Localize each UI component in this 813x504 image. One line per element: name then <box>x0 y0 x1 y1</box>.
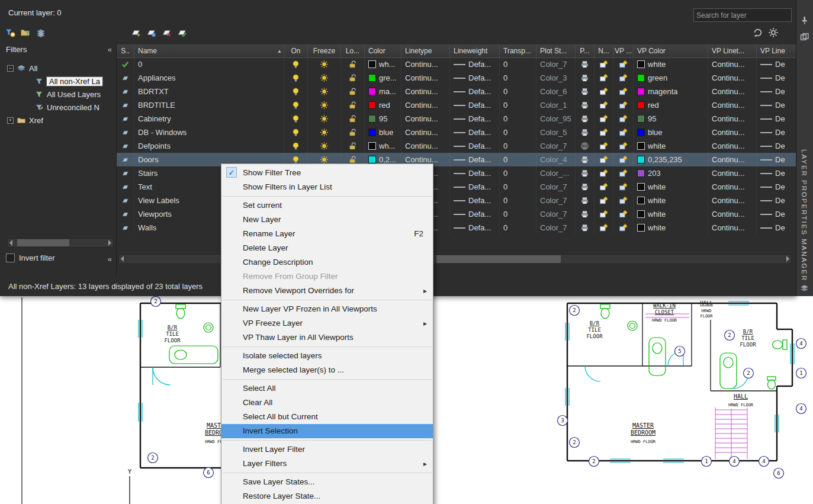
column-header-linetype[interactable]: Linetype <box>401 44 450 57</box>
palette-menu-icon[interactable] <box>799 283 809 293</box>
column-header-vpfreeze[interactable]: VP ... <box>613 44 634 57</box>
collapse-icon[interactable]: − <box>7 65 14 72</box>
filter-tree-item-all-non-xref-la[interactable]: All non-Xref La <box>2 75 115 88</box>
expand-icon[interactable]: + <box>7 117 14 124</box>
layer-vp-color[interactable]: white <box>634 194 708 207</box>
layer-color[interactable]: ma... <box>365 85 401 98</box>
layer-freeze-toggle[interactable] <box>308 112 341 126</box>
scroll-left-icon[interactable] <box>121 256 124 262</box>
layer-lineweight[interactable]: Defa... <box>450 180 500 194</box>
layer-new-vp-freeze-toggle[interactable] <box>595 166 613 180</box>
layer-vp-color[interactable]: white <box>634 180 708 194</box>
layer-lineweight[interactable]: Defa... <box>450 57 500 71</box>
column-header-lineweight[interactable]: Lineweight <box>450 44 500 57</box>
layer-vp-color[interactable]: white <box>634 221 708 235</box>
set-current-layer-button[interactable] <box>175 26 188 39</box>
refresh-button[interactable] <box>751 26 764 39</box>
layer-new-vp-freeze-toggle[interactable] <box>595 180 613 194</box>
layer-plot-toggle[interactable] <box>576 153 595 166</box>
layer-new-vp-freeze-toggle[interactable] <box>595 221 613 235</box>
menu-item-invert-selection[interactable]: Invert Selection <box>221 424 433 438</box>
layer-name[interactable]: Appliances <box>134 71 284 85</box>
column-header-vplw[interactable]: VP Line <box>757 44 796 57</box>
layer-vp-freeze-toggle[interactable] <box>613 126 634 139</box>
layer-row-bdrtxt[interactable]: BDRTXTma...Continu...Defa...0Color_6mage… <box>117 85 796 98</box>
new-property-filter-button[interactable] <box>4 26 17 39</box>
layer-vp-freeze-toggle[interactable] <box>613 98 634 112</box>
layer-freeze-toggle[interactable] <box>308 126 341 139</box>
layer-vp-freeze-toggle[interactable] <box>613 194 634 207</box>
menu-item-vp-thaw-layer-in-all-viewports[interactable]: VP Thaw Layer in All Viewports <box>221 330 433 345</box>
layer-lock-toggle[interactable] <box>341 85 365 98</box>
layer-vp-lineweight[interactable]: De <box>757 180 796 194</box>
layer-vp-linetype[interactable]: Continu... <box>708 112 757 126</box>
menu-item-save-layer-states[interactable]: Save Layer States... <box>221 475 433 489</box>
menu-item-restore-layer-state[interactable]: Restore Layer State... <box>221 489 433 503</box>
layer-plot-toggle[interactable] <box>576 57 595 71</box>
layer-vp-linetype[interactable]: Continu... <box>708 153 757 166</box>
layer-on-toggle[interactable] <box>284 112 308 126</box>
layer-vp-linetype[interactable]: Continu... <box>708 71 757 85</box>
layer-vp-lineweight[interactable]: De <box>757 166 796 180</box>
layer-vp-freeze-toggle[interactable] <box>613 71 634 85</box>
layer-vp-color[interactable]: 203 <box>634 166 708 180</box>
layer-color[interactable]: gre... <box>365 71 401 85</box>
layer-transparency[interactable]: 0 <box>500 57 536 71</box>
new-layer-button[interactable] <box>129 26 142 39</box>
layer-plot-toggle[interactable] <box>576 98 595 112</box>
layer-vp-lineweight[interactable]: De <box>757 194 796 207</box>
layer-search[interactable] <box>693 8 792 22</box>
scrollbar-thumb[interactable] <box>436 255 561 263</box>
layer-vp-lineweight[interactable]: De <box>757 126 796 139</box>
layer-on-toggle[interactable] <box>284 139 308 153</box>
layer-plot-toggle[interactable] <box>576 85 595 98</box>
layer-name[interactable]: Cabinetry <box>134 112 284 126</box>
column-header-plot[interactable]: P... <box>576 44 595 57</box>
menu-item-change-description[interactable]: Change Description <box>221 255 433 269</box>
menu-item-isolate-selected-layers[interactable]: Isolate selected layers <box>221 349 433 363</box>
layer-color[interactable]: wh... <box>365 57 401 71</box>
layer-row-defpoints[interactable]: Defpointswh...Continu...Defa...0Color_7w… <box>117 139 796 153</box>
layer-plot-toggle[interactable] <box>576 71 595 85</box>
new-layer-vp-frozen-button[interactable] <box>144 26 158 39</box>
layer-transparency[interactable]: 0 <box>500 207 536 221</box>
column-header-transp[interactable]: Transp... <box>500 44 536 57</box>
column-header-status[interactable]: S.. <box>117 44 134 57</box>
filter-tree-scrollbar[interactable] <box>7 238 114 248</box>
layer-plot-toggle[interactable] <box>576 194 595 207</box>
settings-gear-button[interactable] <box>767 26 780 39</box>
scroll-right-icon[interactable] <box>108 240 111 246</box>
layer-linetype[interactable]: Continu... <box>401 112 450 126</box>
layer-new-vp-freeze-toggle[interactable] <box>595 126 613 139</box>
layer-linetype[interactable]: Continu... <box>401 85 450 98</box>
layer-transparency[interactable]: 0 <box>500 180 536 194</box>
menu-item-show-filter-tree[interactable]: ✓Show Filter Tree <box>221 166 433 180</box>
layer-lineweight[interactable]: Defa... <box>450 112 500 126</box>
layer-new-vp-freeze-toggle[interactable] <box>595 57 613 71</box>
menu-item-select-all-but-current[interactable]: Select All but Current <box>221 410 433 424</box>
layer-lock-toggle[interactable] <box>341 126 365 139</box>
layer-row-brdtitle[interactable]: BRDTITLEredContinu...Defa...0Color_1redC… <box>117 98 796 112</box>
layer-vp-color[interactable]: red <box>634 98 708 112</box>
layer-plot-toggle[interactable] <box>576 180 595 194</box>
layer-name[interactable]: Defpoints <box>134 139 284 153</box>
menu-item-vp-freeze-layer[interactable]: VP Freeze Layer▸ <box>221 316 433 330</box>
layer-vp-color[interactable]: green <box>634 71 708 85</box>
layer-freeze-toggle[interactable] <box>308 85 341 98</box>
layer-plot-toggle[interactable] <box>576 126 595 139</box>
layer-name[interactable]: DB - Windows <box>134 126 284 139</box>
layer-row-walls[interactable]: Wallswh...Continu...Defa...0Color_7white… <box>117 221 796 235</box>
layer-row-view-labels[interactable]: View Labelswh...Continu...Defa...0Color_… <box>117 194 796 207</box>
layer-transparency[interactable]: 0 <box>500 98 536 112</box>
layer-vp-lineweight[interactable]: De <box>757 207 796 221</box>
layer-vp-color[interactable]: 95 <box>634 112 708 126</box>
layer-plot-toggle[interactable] <box>576 221 595 235</box>
delete-layer-button[interactable] <box>160 26 173 39</box>
menu-item-rename-layer[interactable]: Rename LayerF2 <box>221 227 433 241</box>
layer-vp-color[interactable]: white <box>634 139 708 153</box>
layer-row-db-windows[interactable]: DB - WindowsblueContinu...Defa...0Color_… <box>117 126 796 139</box>
layer-linetype[interactable]: Continu... <box>401 126 450 139</box>
filter-tree-item-xref[interactable]: +Xref <box>2 114 115 127</box>
layer-vp-lineweight[interactable]: De <box>757 221 796 235</box>
layer-new-vp-freeze-toggle[interactable] <box>595 98 613 112</box>
